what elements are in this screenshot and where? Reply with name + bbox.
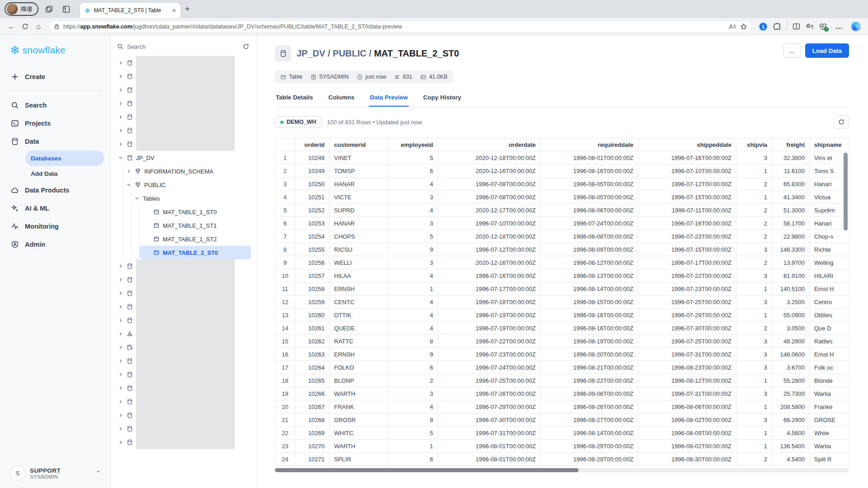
chevron-right-icon[interactable]: [118, 304, 123, 310]
chevron-right-icon[interactable]: [118, 128, 123, 133]
copilot-icon[interactable]: [851, 22, 861, 31]
tree-item-table-selected[interactable]: MAT_TABLE_2_ST0: [140, 246, 251, 259]
column-header[interactable]: orderdate: [438, 138, 541, 151]
chevron-right-icon[interactable]: [118, 385, 123, 391]
sidebar-item-admin[interactable]: Admin: [6, 235, 104, 253]
browser-tab[interactable]: ❄ MAT_TABLE_2_ST0 | Table ×: [80, 3, 180, 18]
split-screen-icon[interactable]: [793, 23, 800, 30]
vertical-tabs-icon[interactable]: [59, 2, 73, 16]
chevron-right-icon[interactable]: [118, 291, 123, 296]
chevron-right-icon[interactable]: [118, 331, 123, 337]
tree-item-redacted[interactable]: [115, 70, 251, 83]
tree-item-redacted[interactable]: [115, 110, 251, 124]
tree-item-redacted[interactable]: [115, 395, 251, 408]
read-aloud-icon[interactable]: [728, 23, 736, 30]
tab-copy-history[interactable]: Copy History: [422, 94, 462, 107]
chevron-right-icon[interactable]: [118, 114, 123, 120]
column-header[interactable]: shipname: [810, 138, 849, 151]
tree-item-redacted[interactable]: [115, 137, 251, 151]
tree-item-redacted[interactable]: [115, 354, 251, 368]
chevron-right-icon[interactable]: [118, 426, 123, 432]
tree-item-redacted[interactable]: [115, 259, 251, 273]
chevron-right-icon[interactable]: [118, 263, 123, 269]
sidebar-item-data-products[interactable]: Data Products: [6, 181, 104, 199]
horizontal-scrollbar-track[interactable]: [275, 468, 849, 472]
more-menu-icon[interactable]: …: [832, 20, 846, 33]
account-menu[interactable]: S SUPPORT SYSADMIN ⌃: [6, 465, 104, 481]
new-tab-button[interactable]: +: [185, 4, 190, 14]
tree-item-redacted[interactable]: [115, 408, 251, 422]
column-header[interactable]: employeeid: [388, 138, 438, 151]
favorite-star-icon[interactable]: [740, 23, 747, 30]
column-header[interactable]: shipvia: [736, 138, 772, 151]
tree-item-schema-public[interactable]: PUBLIC: [123, 178, 251, 192]
tree-search-input[interactable]: [127, 43, 239, 50]
chevron-right-icon[interactable]: [118, 101, 123, 106]
chevron-right-icon[interactable]: [118, 399, 123, 404]
tree-item-schema-information[interactable]: INFORMATION_SCHEMA: [123, 164, 251, 178]
tree-item-redacted[interactable]: [115, 381, 251, 395]
column-header[interactable]: shippeddate: [638, 138, 736, 151]
sidebar-item-monitoring[interactable]: Monitoring: [6, 217, 104, 235]
tree-item-redacted[interactable]: [115, 436, 251, 449]
warehouse-pill[interactable]: DEMO_WH: [275, 116, 321, 128]
close-tab-icon[interactable]: ×: [172, 7, 176, 14]
tab-data-preview[interactable]: Data Preview: [369, 94, 409, 107]
sidebar-item-data[interactable]: Data: [6, 132, 104, 150]
chevron-right-icon[interactable]: [118, 60, 123, 66]
chevron-right-icon[interactable]: [118, 358, 123, 364]
chevron-right-icon[interactable]: [118, 440, 123, 445]
chevron-right-icon[interactable]: [118, 277, 123, 282]
tree-item-database-jpdv[interactable]: JP_DV: [115, 151, 251, 164]
refresh-icon[interactable]: [243, 43, 249, 50]
tab-table-details[interactable]: Table Details: [275, 94, 314, 107]
chevron-right-icon[interactable]: [118, 141, 123, 147]
sidebar-item-add-data[interactable]: Add Data: [25, 166, 104, 181]
tree-item-table[interactable]: MAT_TABLE_1_ST2: [140, 232, 251, 246]
tree-item-redacted[interactable]: [115, 300, 251, 314]
tree-item-redacted[interactable]: [115, 273, 251, 286]
column-header[interactable]: requireddate: [541, 138, 638, 151]
chevron-right-icon[interactable]: [118, 345, 123, 350]
chevron-right-icon[interactable]: [118, 413, 123, 418]
chevron-right-icon[interactable]: [118, 74, 123, 79]
tree-item-redacted[interactable]: [115, 286, 251, 300]
column-header[interactable]: freight: [772, 138, 810, 151]
sidebar-item-projects[interactable]: Projects: [6, 114, 104, 132]
create-button[interactable]: Create: [6, 68, 104, 86]
chevron-right-icon[interactable]: [118, 87, 123, 93]
chevron-right-icon[interactable]: [118, 318, 123, 323]
sidebar-item-databases[interactable]: Databases: [25, 150, 104, 166]
tree-item-redacted[interactable]: [115, 56, 251, 70]
more-actions-button[interactable]: …: [783, 43, 801, 58]
browser-essentials-icon[interactable]: ✓: [819, 23, 827, 30]
snowflake-logo[interactable]: ❄ snowflake: [6, 44, 104, 56]
load-data-button[interactable]: Load Data: [805, 43, 849, 58]
vertical-scrollbar[interactable]: [844, 153, 848, 230]
tree-item-redacted[interactable]: [115, 327, 251, 341]
tree-item-table[interactable]: MAT_TABLE_1_ST1: [140, 219, 251, 232]
tree-item-redacted[interactable]: [115, 368, 251, 381]
tree-item-redacted[interactable]: [115, 341, 251, 354]
breadcrumb-path[interactable]: JP_DV / PUBLIC /: [297, 48, 372, 58]
chevron-down-icon[interactable]: [134, 196, 140, 201]
horizontal-scrollbar-thumb[interactable]: [275, 468, 579, 472]
chevron-right-icon[interactable]: [126, 169, 132, 174]
reload-icon[interactable]: [18, 20, 32, 33]
workspaces-icon[interactable]: [42, 2, 56, 16]
tree-item-redacted[interactable]: [115, 422, 251, 436]
extensions-icon[interactable]: [773, 23, 781, 31]
password-manager-icon[interactable]: 1: [759, 22, 768, 31]
address-bar[interactable]: https://app.snowflake.com/jugdhon/cdata_…: [49, 20, 752, 33]
home-icon[interactable]: ⌂: [32, 20, 45, 33]
back-icon[interactable]: ←: [5, 20, 18, 33]
column-header[interactable]: orderid: [295, 138, 330, 151]
column-header[interactable]: customerid: [330, 138, 388, 151]
tree-item-redacted[interactable]: [115, 97, 251, 110]
tree-item-tables-group[interactable]: Tables: [132, 192, 251, 205]
tree-item-redacted[interactable]: [115, 83, 251, 97]
sidebar-item-search[interactable]: Search: [6, 96, 104, 114]
browser-profile-button[interactable]: 職場: [5, 2, 38, 16]
tree-item-table[interactable]: MAT_TABLE_1_ST0: [140, 205, 251, 219]
tab-columns[interactable]: Columns: [327, 94, 355, 107]
